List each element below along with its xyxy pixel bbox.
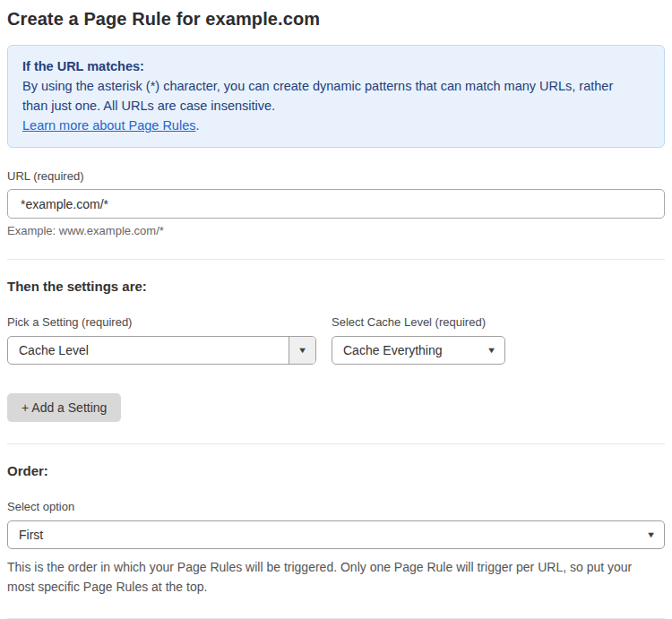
link-period: . <box>195 118 199 133</box>
info-box-body: By using the asterisk (*) character, you… <box>22 76 641 116</box>
setting-picker-column: Pick a Setting (required) Cache Level ▼ <box>7 315 316 365</box>
order-select-label: Select option <box>7 500 665 513</box>
section-divider <box>7 259 665 260</box>
settings-row: Pick a Setting (required) Cache Level ▼ … <box>7 315 665 365</box>
chevron-down-icon: ▼ <box>645 530 655 539</box>
cache-level-value: Cache Everything <box>332 343 478 357</box>
setting-picker-value: Cache Level <box>8 343 289 357</box>
order-helper-text: This is the order in which your Page Rul… <box>7 557 652 597</box>
add-setting-button[interactable]: + Add a Setting <box>7 393 121 422</box>
setting-picker-arrow-button[interactable]: ▼ <box>289 337 315 364</box>
info-box-link-line: Learn more about Page Rules. <box>22 116 650 135</box>
url-field-label: URL (required) <box>7 169 665 183</box>
learn-more-link[interactable]: Learn more about Page Rules <box>22 118 195 133</box>
order-section-heading: Order: <box>7 463 665 478</box>
settings-section-heading: Then the settings are: <box>7 279 665 294</box>
chevron-down-icon: ▼ <box>486 346 495 355</box>
order-select[interactable]: First ▼ <box>7 520 665 549</box>
url-match-info-box: If the URL matches: By using the asteris… <box>7 45 665 148</box>
cache-level-label: Select Cache Level (required) <box>332 315 505 329</box>
section-divider <box>7 443 665 444</box>
cache-level-select[interactable]: Cache Everything ▼ <box>332 336 505 365</box>
setting-picker-select[interactable]: Cache Level ▼ <box>7 336 316 365</box>
setting-picker-label: Pick a Setting (required) <box>7 315 316 329</box>
order-select-value: First <box>8 528 637 542</box>
cache-level-arrow: ▼ <box>478 346 504 355</box>
chevron-down-icon: ▼ <box>297 346 307 355</box>
order-select-arrow: ▼ <box>637 530 664 539</box>
info-box-heading: If the URL matches: <box>22 56 650 76</box>
page-title: Create a Page Rule for example.com <box>7 9 665 30</box>
cache-level-column: Select Cache Level (required) Cache Ever… <box>332 315 505 365</box>
url-field-helper: Example: www.example.com/* <box>7 224 665 237</box>
url-input[interactable] <box>7 189 665 219</box>
